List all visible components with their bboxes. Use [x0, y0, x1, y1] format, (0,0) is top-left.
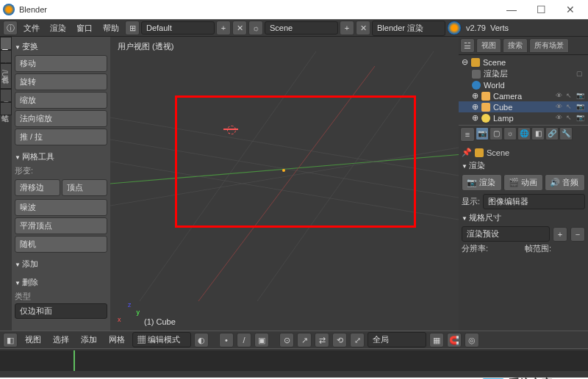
- tab-options[interactable]: 选项: [0, 89, 12, 102]
- manipulator-icon[interactable]: ↗: [297, 333, 312, 347]
- outliner-tab-search[interactable]: 搜索: [503, 38, 528, 53]
- maximize-button[interactable]: ☐: [526, 4, 556, 15]
- display-select[interactable]: 图像编辑器: [483, 194, 585, 209]
- move-button[interactable]: 移动: [15, 55, 107, 72]
- renderlayers-restrict-icon[interactable]: ▢: [576, 70, 585, 79]
- scene-breadcrumb[interactable]: Scene: [487, 148, 509, 157]
- expand-icon[interactable]: ⊖: [462, 57, 468, 67]
- timeline-cursor[interactable]: [74, 350, 75, 371]
- vertex-button[interactable]: 顶点: [62, 179, 107, 196]
- scene-add-button[interactable]: +: [340, 21, 354, 35]
- render-button[interactable]: 📷 渲染: [462, 174, 502, 191]
- layers-icon[interactable]: ▦: [429, 333, 444, 347]
- expand-icon[interactable]: ⊕: [472, 102, 478, 112]
- normal-scale-button[interactable]: 法向缩放: [15, 110, 107, 127]
- audio-button[interactable]: 🔊 音频: [545, 174, 585, 191]
- selectable-icon[interactable]: ↖: [566, 92, 575, 101]
- vp-menu-view[interactable]: 视图: [21, 333, 46, 347]
- visibility-icon[interactable]: 👁: [556, 114, 564, 123]
- edge-select-icon[interactable]: /: [237, 333, 251, 347]
- outliner-cube-row[interactable]: ⊕ Cube 👁 ↖ 📷: [459, 101, 588, 112]
- expand-icon[interactable]: ⊕: [472, 113, 478, 123]
- delete-header[interactable]: 删除: [15, 275, 107, 289]
- render-section-header[interactable]: 渲染: [462, 159, 585, 173]
- outliner-editor-icon[interactable]: ☱: [460, 38, 475, 53]
- outliner-scene-row[interactable]: ⊖ Scene: [459, 57, 588, 68]
- editor-type-icon[interactable]: ◧: [3, 333, 18, 347]
- tab-tools[interactable]: 工具: [0, 37, 12, 50]
- timeline-track[interactable]: [0, 350, 588, 371]
- layout-add-button[interactable]: +: [216, 21, 231, 35]
- selectable-icon[interactable]: ↖: [566, 114, 575, 123]
- orientation-select[interactable]: 全局: [368, 332, 426, 347]
- layout-selector[interactable]: Default: [141, 21, 215, 35]
- tab-shading-uv[interactable]: 着色/UV: [0, 63, 12, 89]
- outliner-lamp-row[interactable]: ⊕ Lamp 👁 ↖ 📷: [459, 112, 588, 123]
- menu-file[interactable]: 文件: [19, 21, 44, 35]
- scene-remove-button[interactable]: ✕: [356, 21, 370, 35]
- face-select-icon[interactable]: ▣: [254, 333, 269, 347]
- pivot-icon[interactable]: ⊙: [279, 333, 294, 347]
- noise-button[interactable]: 噪波: [15, 199, 107, 216]
- outliner-world-row[interactable]: World: [459, 80, 588, 90]
- timeline-editor[interactable]: [0, 348, 588, 378]
- properties-editor-icon[interactable]: ≡: [460, 127, 475, 142]
- scene-selector[interactable]: Scene: [265, 21, 338, 35]
- mesh-tools-header[interactable]: 网格工具: [15, 150, 107, 164]
- vp-menu-add[interactable]: 添加: [76, 333, 101, 347]
- outliner-tab-allscenes[interactable]: 所有场景: [529, 38, 569, 53]
- rotate-button[interactable]: 旋转: [15, 73, 107, 90]
- info-editor-icon[interactable]: ⓘ: [3, 21, 18, 35]
- mode-selector[interactable]: ▦ 编辑模式: [132, 332, 191, 347]
- slide-edge-button[interactable]: 滑移边: [15, 179, 60, 196]
- visibility-icon[interactable]: 👁: [556, 92, 564, 101]
- outliner-camera-row[interactable]: ⊕ Camera 👁 ↖ 📷: [459, 90, 588, 101]
- prop-tab-modifiers[interactable]: 🔧: [559, 127, 573, 140]
- prop-tab-renderlayers[interactable]: ▢: [490, 127, 503, 140]
- scale-button[interactable]: 缩放: [15, 92, 107, 109]
- close-button[interactable]: ✕: [556, 4, 585, 15]
- transform-header[interactable]: 变换: [15, 40, 107, 54]
- snap-icon[interactable]: 🧲: [447, 333, 462, 347]
- vertex-select-icon[interactable]: •: [219, 333, 234, 347]
- delete-type-select[interactable]: 仅边和面: [15, 303, 107, 319]
- layout-browse-icon[interactable]: ⊞: [125, 21, 140, 35]
- menu-render[interactable]: 渲染: [46, 21, 71, 35]
- prop-tab-world[interactable]: 🌐: [517, 127, 531, 140]
- minimize-button[interactable]: —: [497, 4, 526, 15]
- prop-tab-constraints[interactable]: 🔗: [545, 127, 559, 140]
- manipulator-rotate-icon[interactable]: ⟲: [332, 333, 347, 347]
- renderable-icon[interactable]: 📷: [576, 114, 585, 123]
- prop-tab-render[interactable]: 📷: [476, 127, 489, 140]
- layout-remove-button[interactable]: ✕: [232, 21, 247, 35]
- render-engine-selector[interactable]: Blender 渲染: [372, 21, 445, 36]
- renderable-icon[interactable]: 📷: [576, 92, 585, 101]
- renderable-icon[interactable]: 📷: [576, 103, 585, 112]
- prop-tab-scene[interactable]: ☼: [503, 127, 517, 140]
- selectable-icon[interactable]: ↖: [566, 103, 575, 112]
- scene-browse-icon[interactable]: ☼: [248, 21, 263, 35]
- animation-button[interactable]: 🎬 动画: [503, 174, 544, 191]
- dimensions-header[interactable]: 规格尺寸: [462, 211, 585, 225]
- render-preset-select[interactable]: 渲染预设: [462, 226, 550, 242]
- menu-help[interactable]: 帮助: [98, 21, 123, 35]
- vp-menu-mesh[interactable]: 网格: [104, 333, 129, 347]
- preset-remove-button[interactable]: −: [570, 227, 585, 242]
- outliner-tab-view[interactable]: 视图: [476, 38, 501, 53]
- manipulator-scale-icon[interactable]: ⤢: [350, 333, 365, 347]
- manipulator-move-icon[interactable]: ⇄: [315, 333, 329, 347]
- preset-add-button[interactable]: +: [553, 227, 567, 242]
- tab-create[interactable]: 创建: [0, 50, 12, 63]
- proportional-edit-icon[interactable]: ◎: [465, 333, 479, 347]
- tab-grease-pencil[interactable]: 蜡笔: [0, 102, 12, 115]
- menu-window[interactable]: 窗口: [72, 21, 97, 35]
- shading-icon[interactable]: ◐: [194, 333, 209, 347]
- prop-tab-object[interactable]: ◧: [531, 127, 545, 140]
- 3d-viewport[interactable]: 用户视图 (透视) z y x (1) Cube: [110, 37, 459, 331]
- randomize-button[interactable]: 随机: [15, 236, 107, 253]
- outliner-tree[interactable]: ⊖ Scene 渲染层 ▢ World ⊕ Camera 👁 ↖ �: [459, 55, 588, 125]
- vp-menu-select[interactable]: 选择: [49, 333, 74, 347]
- outliner-renderlayers-row[interactable]: 渲染层 ▢: [459, 68, 588, 80]
- add-header[interactable]: 添加: [15, 257, 107, 271]
- visibility-icon[interactable]: 👁: [556, 103, 564, 112]
